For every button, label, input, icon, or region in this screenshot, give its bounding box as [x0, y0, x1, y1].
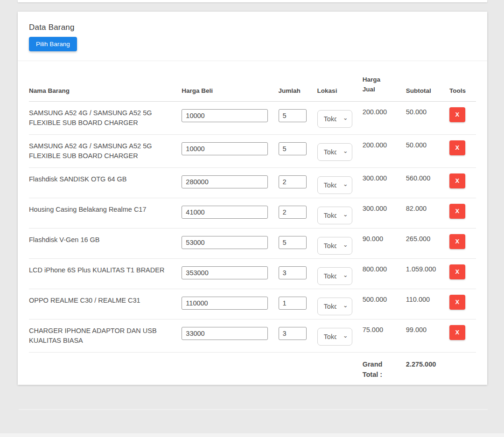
lokasi-selected-value: Toko — [324, 333, 336, 340]
harga-jual-value: 300.000 — [363, 167, 406, 198]
jumlah-input[interactable] — [279, 266, 307, 279]
lokasi-selected-value: Toko — [324, 272, 336, 280]
subtotal-value: 265.000 — [406, 228, 449, 258]
lokasi-select[interactable]: Toko ⌄ — [317, 110, 352, 128]
item-name: Flashdisk SANDISK OTG 64 GB — [29, 167, 182, 198]
subtotal-value: 1.059.000 — [406, 258, 449, 289]
table-row: SAMSUNG A52 4G / SAMSUNG A52 5G FLEXIBLE… — [29, 101, 476, 134]
table-row: LCD iPhone 6S Plus KUALITAS T1 BRADER To… — [29, 258, 476, 289]
harga-jual-value: 200.000 — [363, 134, 406, 167]
bottom-card-edge — [0, 433, 504, 437]
lokasi-selected-value: Toko — [324, 181, 336, 189]
lokasi-selected-value: Toko — [324, 212, 336, 219]
harga-jual-value: 200.000 — [363, 101, 406, 134]
grand-total-label: Grand Total : — [363, 352, 406, 383]
chevron-down-icon: ⌄ — [343, 115, 348, 121]
jumlah-input[interactable] — [279, 206, 307, 219]
harga-beli-input[interactable] — [182, 236, 268, 249]
lokasi-select[interactable]: Toko ⌄ — [317, 237, 352, 255]
chevron-down-icon: ⌄ — [343, 181, 348, 187]
jumlah-input[interactable] — [279, 327, 307, 340]
harga-beli-input[interactable] — [182, 109, 268, 122]
col-header-harga-beli: Harga Beli — [182, 61, 278, 101]
lokasi-selected-value: Toko — [324, 242, 336, 250]
lokasi-selected-value: Toko — [324, 148, 336, 156]
lokasi-select[interactable]: Toko ⌄ — [317, 176, 352, 194]
harga-jual-value: 800.000 — [363, 258, 406, 289]
subtotal-value: 82.000 — [406, 198, 449, 228]
table-row: SAMSUNG A52 4G / SAMSUNG A52 5G FLEXIBLE… — [29, 134, 476, 167]
harga-jual-value: 90.000 — [363, 228, 406, 258]
subtotal-value: 50.000 — [406, 101, 449, 134]
harga-beli-input[interactable] — [182, 142, 268, 155]
lower-section-divider — [19, 409, 488, 410]
chevron-down-icon: ⌄ — [343, 242, 348, 248]
table-row: Housing Casing Belakang Realme C17 Toko … — [29, 198, 476, 228]
chevron-down-icon: ⌄ — [343, 272, 348, 278]
col-header-lokasi: Lokasi — [317, 61, 363, 101]
col-header-jumlah: Jumlah — [279, 61, 317, 101]
jumlah-input[interactable] — [279, 142, 307, 155]
delete-row-button[interactable]: X — [449, 107, 465, 122]
top-card-edge — [18, 0, 487, 2]
delete-row-button[interactable]: X — [449, 325, 465, 340]
table-header-row: Nama Barang Harga Beli Jumlah Lokasi Har… — [29, 61, 476, 101]
chevron-down-icon: ⌄ — [343, 211, 348, 217]
chevron-down-icon: ⌄ — [343, 333, 348, 339]
col-header-harga-jual: Harga Jual — [363, 61, 406, 101]
item-name: OPPO REALME C30 / REALME C31 — [29, 289, 182, 319]
harga-jual-value: 75.000 — [363, 319, 406, 352]
harga-jual-value: 300.000 — [363, 198, 406, 228]
col-header-nama-barang: Nama Barang — [29, 61, 182, 101]
subtotal-value: 99.000 — [406, 319, 449, 352]
harga-jual-value: 500.000 — [363, 289, 406, 319]
delete-row-button[interactable]: X — [449, 234, 465, 249]
harga-beli-input[interactable] — [182, 206, 268, 219]
harga-beli-input[interactable] — [182, 327, 268, 340]
item-name: SAMSUNG A52 4G / SAMSUNG A52 5G FLEXIBLE… — [29, 101, 182, 134]
item-name: SAMSUNG A52 4G / SAMSUNG A52 5G FLEXIBLE… — [29, 134, 182, 167]
lokasi-selected-value: Toko — [324, 303, 336, 310]
harga-beli-input[interactable] — [182, 297, 268, 310]
jumlah-input[interactable] — [279, 175, 307, 188]
table-row: Flashdisk V-Gen 16 GB Toko ⌄ 90.000 265.… — [29, 228, 476, 258]
lokasi-select[interactable]: Toko ⌄ — [317, 207, 352, 224]
delete-row-button[interactable]: X — [449, 204, 465, 219]
lokasi-selected-value: Toko — [324, 115, 336, 123]
delete-row-button[interactable]: X — [449, 140, 465, 155]
lokasi-select[interactable]: Toko ⌄ — [317, 298, 352, 315]
grand-total-value: 2.275.000 — [406, 352, 449, 383]
card-body: Nama Barang Harga Beli Jumlah Lokasi Har… — [18, 61, 487, 383]
table-row: OPPO REALME C30 / REALME C31 Toko ⌄ 500.… — [29, 289, 476, 319]
jumlah-input[interactable] — [279, 297, 307, 310]
subtotal-value: 50.000 — [406, 134, 449, 167]
table-row: Flashdisk SANDISK OTG 64 GB Toko ⌄ 300.0… — [29, 167, 476, 198]
table-row: CHARGER IPHONE ADAPTOR DAN USB KUALITAS … — [29, 319, 476, 352]
harga-beli-input[interactable] — [182, 266, 268, 279]
item-name: Flashdisk V-Gen 16 GB — [29, 228, 182, 258]
harga-beli-input[interactable] — [182, 175, 268, 188]
jumlah-input[interactable] — [279, 109, 307, 122]
page-title: Data Barang — [29, 23, 476, 32]
col-header-tools: Tools — [449, 61, 476, 101]
item-name: LCD iPhone 6S Plus KUALITAS T1 BRADER — [29, 258, 182, 289]
data-barang-card: Data Barang Pilih Barang Nama Barang Har… — [18, 12, 487, 385]
item-name: Housing Casing Belakang Realme C17 — [29, 198, 182, 228]
data-barang-table: Nama Barang Harga Beli Jumlah Lokasi Har… — [29, 61, 476, 383]
grand-total-row: Grand Total : 2.275.000 — [29, 352, 476, 383]
delete-row-button[interactable]: X — [449, 295, 465, 310]
jumlah-input[interactable] — [279, 236, 307, 249]
lokasi-select[interactable]: Toko ⌄ — [317, 267, 352, 285]
lokasi-select[interactable]: Toko ⌄ — [317, 328, 352, 346]
delete-row-button[interactable]: X — [449, 173, 465, 188]
pilih-barang-button[interactable]: Pilih Barang — [29, 37, 77, 51]
subtotal-value: 110.000 — [406, 289, 449, 319]
chevron-down-icon: ⌄ — [343, 148, 348, 154]
lokasi-select[interactable]: Toko ⌄ — [317, 143, 352, 161]
chevron-down-icon: ⌄ — [343, 302, 348, 308]
card-header: Data Barang Pilih Barang — [18, 12, 487, 61]
col-header-subtotal: Subtotal — [406, 61, 449, 101]
delete-row-button[interactable]: X — [449, 264, 465, 279]
item-name: CHARGER IPHONE ADAPTOR DAN USB KUALITAS … — [29, 319, 182, 352]
subtotal-value: 560.000 — [406, 167, 449, 198]
